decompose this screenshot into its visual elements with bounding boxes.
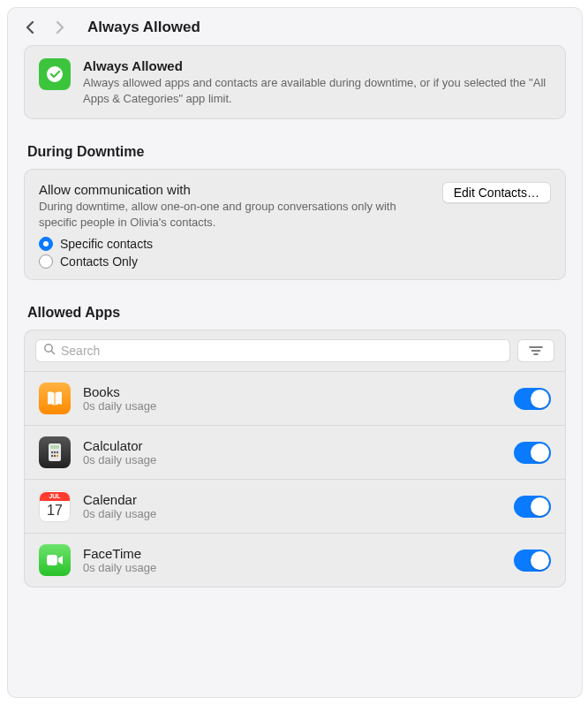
app-usage: 0s daily usage [83, 399, 501, 413]
settings-window: Always Allowed Always Allowed Always all… [7, 7, 583, 698]
svg-line-2 [51, 351, 54, 353]
search-box[interactable] [35, 339, 510, 362]
app-usage: 0s daily usage [83, 507, 501, 520]
radio-icon [39, 254, 53, 269]
radio-specific-contacts[interactable]: Specific contacts [39, 237, 551, 251]
search-input[interactable] [61, 344, 502, 358]
app-row-calculator: Calculator 0s daily usage [25, 425, 565, 479]
app-name: Calculator [83, 438, 501, 453]
toggle-books[interactable] [514, 388, 551, 410]
calculator-icon [39, 436, 71, 468]
apps-section-title: Allowed Apps [27, 305, 566, 321]
radio-label: Contacts Only [60, 254, 138, 269]
summary-title: Always Allowed [83, 58, 551, 73]
svg-point-12 [51, 455, 53, 457]
toggle-facetime[interactable] [514, 550, 551, 572]
apps-card: Books 0s daily usage Calculator 0s daily… [24, 330, 566, 588]
app-name: Calendar [83, 492, 501, 507]
calendar-day: 17 [47, 501, 63, 520]
app-name: Books [83, 384, 501, 399]
app-row-facetime: FaceTime 0s daily usage [25, 533, 565, 587]
radio-contacts-only[interactable]: Contacts Only [39, 254, 551, 269]
toggle-calculator[interactable] [514, 442, 551, 464]
radio-label: Specific contacts [60, 237, 153, 251]
svg-point-14 [57, 455, 58, 457]
svg-point-9 [51, 451, 53, 453]
svg-point-13 [54, 455, 56, 457]
facetime-icon [39, 544, 71, 576]
app-usage: 0s daily usage [83, 453, 501, 466]
filter-icon [529, 345, 543, 356]
svg-point-11 [57, 451, 58, 453]
calendar-month: JUL [40, 492, 70, 501]
downtime-desc: During downtime, allow one-on-one and gr… [39, 199, 428, 230]
downtime-section-title: During Downtime [27, 144, 566, 160]
app-row-books: Books 0s daily usage [25, 371, 565, 425]
app-usage: 0s daily usage [83, 561, 501, 574]
app-name: FaceTime [83, 546, 501, 561]
summary-card: Always Allowed Always allowed apps and c… [24, 45, 566, 119]
radio-icon [39, 237, 53, 251]
back-button[interactable] [24, 21, 36, 34]
nav-arrows [24, 21, 66, 34]
header: Always Allowed [8, 8, 582, 45]
edit-contacts-button[interactable]: Edit Contacts… [442, 182, 551, 203]
books-icon [39, 383, 71, 414]
svg-point-10 [54, 451, 56, 453]
svg-rect-15 [47, 555, 57, 565]
summary-desc: Always allowed apps and contacts are ava… [83, 75, 551, 106]
toggle-calendar[interactable] [514, 496, 551, 518]
downtime-title: Allow communication with [39, 182, 428, 197]
svg-rect-8 [50, 445, 59, 449]
page-title: Always Allowed [87, 19, 200, 36]
downtime-card: Allow communication with During downtime… [24, 169, 566, 280]
calendar-icon: JUL 17 [39, 490, 71, 522]
radio-group: Specific contacts Contacts Only [39, 237, 551, 269]
search-icon [43, 343, 56, 359]
always-allowed-icon [39, 58, 71, 90]
app-row-calendar: JUL 17 Calendar 0s daily usage [25, 479, 565, 533]
forward-button[interactable] [54, 21, 66, 34]
filter-button[interactable] [517, 339, 554, 362]
svg-point-0 [47, 66, 63, 82]
